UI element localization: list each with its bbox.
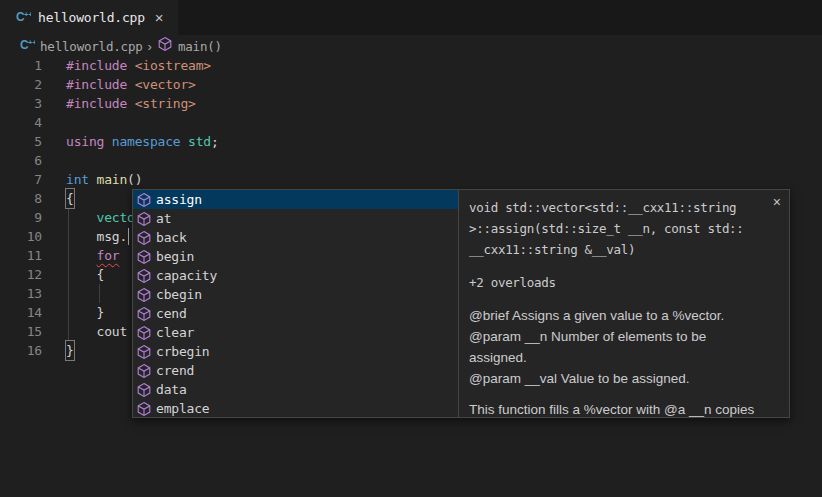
code-line[interactable]: 6 — [0, 151, 822, 170]
line-number: 11 — [0, 248, 42, 263]
symbol-method-icon — [136, 401, 152, 417]
symbol-method-icon — [136, 211, 152, 227]
line-number: 6 — [0, 153, 42, 168]
code-token — [66, 208, 97, 227]
code-token — [66, 246, 97, 265]
suggestion-item-crend[interactable]: crend — [133, 361, 458, 380]
symbol-method-icon — [136, 363, 152, 379]
suggestion-item-data[interactable]: data — [133, 380, 458, 399]
suggestion-item-back[interactable]: back — [133, 228, 458, 247]
code-line[interactable]: 3#include <string> — [0, 94, 822, 113]
code-token: { — [66, 265, 104, 284]
text-cursor — [128, 228, 130, 245]
code-line[interactable]: 1#include <iostream> — [0, 56, 822, 75]
line-number: 3 — [0, 96, 42, 111]
suggestion-label: back — [156, 230, 187, 245]
code-token: ; — [211, 132, 219, 151]
suggestion-item-at[interactable]: at — [133, 209, 458, 228]
suggestion-item-assign[interactable]: assign — [133, 190, 458, 209]
line-number: 1 — [0, 58, 42, 73]
code-line[interactable]: 7int main() — [0, 170, 822, 189]
symbol-method-icon — [136, 249, 152, 265]
function-signature: void std::vector<std::__cxx11::string >:… — [469, 197, 763, 260]
overloads-count: +2 overloads — [469, 275, 763, 290]
breadcrumb: C ++ helloworld.cpp › main() — [0, 35, 822, 57]
breadcrumb-file[interactable]: helloworld.cpp — [40, 39, 143, 54]
suggestion-label: crbegin — [156, 344, 209, 359]
code-line[interactable]: 5using namespace std; — [0, 132, 822, 151]
svg-text:++: ++ — [28, 38, 35, 47]
suggestion-item-begin[interactable]: begin — [133, 247, 458, 266]
suggestion-label: cend — [156, 306, 187, 321]
line-content: } — [42, 341, 74, 360]
cpp-file-icon: C ++ — [19, 36, 35, 56]
suggestion-item-crbegin[interactable]: crbegin — [133, 342, 458, 361]
line-content: #include <iostream> — [42, 56, 211, 75]
code-token: () — [127, 170, 142, 189]
code-token: cout — [66, 322, 127, 341]
doc-paragraph: This function fills a %vector with @a __… — [469, 399, 763, 417]
line-number: 2 — [0, 77, 42, 92]
line-number: 10 — [0, 229, 42, 244]
code-token: <vector> — [135, 75, 196, 94]
code-token: { — [66, 189, 74, 208]
line-content: #include <vector> — [42, 75, 196, 94]
suggestion-label: begin — [156, 249, 194, 264]
code-token: <string> — [135, 94, 196, 113]
code-token: std — [188, 132, 211, 151]
suggestion-label: at — [156, 211, 171, 226]
line-number: 13 — [0, 286, 42, 301]
line-content: { — [42, 189, 74, 208]
code-token: <iostream> — [135, 56, 211, 75]
svg-text:++: ++ — [24, 9, 31, 18]
symbol-method-icon — [136, 325, 152, 341]
line-number: 4 — [0, 115, 42, 130]
code-token: using — [66, 132, 112, 151]
suggestion-label: assign — [156, 192, 202, 207]
code-token: } — [66, 303, 104, 322]
code-token: #include — [66, 94, 135, 113]
code-token: int — [66, 170, 97, 189]
suggestion-label: emplace — [156, 401, 209, 416]
suggestion-docs-panel: void std::vector<std::__cxx11::string >:… — [458, 190, 789, 417]
suggestion-label: crend — [156, 363, 194, 378]
line-number: 5 — [0, 134, 42, 149]
cpp-file-icon: C ++ — [15, 8, 31, 28]
tab-label: helloworld.cpp — [38, 10, 145, 25]
line-content: msg. — [42, 227, 129, 246]
symbol-method-icon — [136, 192, 152, 208]
symbol-method-icon — [157, 36, 173, 52]
suggestion-item-clear[interactable]: clear — [133, 323, 458, 342]
suggestion-label: data — [156, 382, 187, 397]
doc-paragraph: @brief Assigns a given value to a %vecto… — [469, 305, 763, 389]
code-token: #include — [66, 75, 135, 94]
symbol-method-icon — [136, 230, 152, 246]
tab-helloworld-cpp[interactable]: C ++ helloworld.cpp × — [0, 0, 178, 35]
suggestion-item-cend[interactable]: cend — [133, 304, 458, 323]
line-content: { — [42, 265, 104, 284]
breadcrumb-symbol[interactable]: main() — [178, 39, 222, 54]
code-token: } — [66, 341, 74, 360]
suggestion-label: cbegin — [156, 287, 202, 302]
symbol-method-icon — [157, 36, 173, 56]
line-number: 15 — [0, 324, 42, 339]
chevron-right-icon: › — [148, 39, 152, 54]
close-tab-icon[interactable]: × — [152, 9, 167, 26]
suggestion-item-cbegin[interactable]: cbegin — [133, 285, 458, 304]
suggestion-list[interactable]: assign at back begin capacity cbegin cen… — [133, 190, 458, 417]
intellisense-suggest-widget: assign at back begin capacity cbegin cen… — [132, 189, 790, 418]
symbol-method-icon — [136, 268, 152, 284]
line-number: 12 — [0, 267, 42, 282]
code-token: for — [97, 246, 120, 265]
line-number: 8 — [0, 191, 42, 206]
suggestion-label: clear — [156, 325, 194, 340]
line-number: 9 — [0, 210, 42, 225]
suggestion-item-capacity[interactable]: capacity — [133, 266, 458, 285]
suggestion-item-emplace[interactable]: emplace — [133, 399, 458, 417]
code-line[interactable]: 4 — [0, 113, 822, 132]
line-content: int main() — [42, 170, 142, 189]
close-icon[interactable]: × — [773, 195, 781, 209]
code-token: main — [97, 170, 128, 189]
tab-bar: C ++ helloworld.cpp × — [0, 0, 822, 35]
code-line[interactable]: 2#include <vector> — [0, 75, 822, 94]
